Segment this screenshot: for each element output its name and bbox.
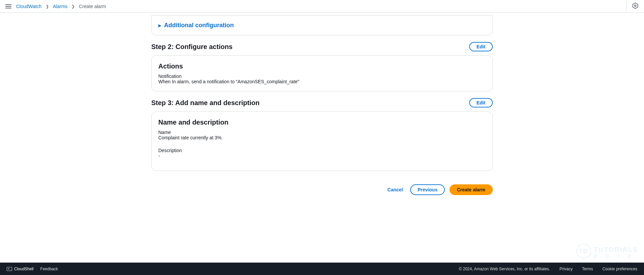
- additional-configuration-toggle[interactable]: ▶ Additional configuration: [158, 20, 486, 30]
- step2-title: Step 2: Configure actions: [151, 43, 232, 51]
- description-label: Description: [158, 148, 486, 153]
- panel-name-description: Name and description Name Complaint rate…: [151, 111, 493, 171]
- name-label: Name: [158, 130, 486, 135]
- main-content-scroll[interactable]: ▶ Additional configuration Step 2: Confi…: [0, 13, 644, 263]
- settings-hex-icon[interactable]: [632, 2, 639, 10]
- breadcrumb-alarms[interactable]: Alarms: [53, 4, 68, 9]
- top-right: [626, 1, 639, 11]
- cloudshell-icon: >_: [7, 267, 12, 271]
- additional-configuration-label: Additional configuration: [164, 22, 234, 29]
- breadcrumb-cloudwatch[interactable]: CloudWatch: [16, 4, 42, 9]
- top-left: CloudWatch ❯ Alarms ❯ Create alarm: [5, 4, 106, 9]
- menu-icon[interactable]: [5, 4, 11, 8]
- edit-step3-button[interactable]: Edit: [469, 98, 493, 107]
- bottom-right: © 2024, Amazon Web Services, Inc. or its…: [459, 267, 637, 271]
- actions-heading: Actions: [158, 62, 486, 70]
- description-value: -: [158, 153, 486, 158]
- feedback-link[interactable]: Feedback: [40, 267, 58, 271]
- main-content: ▶ Additional configuration Step 2: Confi…: [151, 13, 493, 209]
- privacy-link[interactable]: Privacy: [559, 267, 573, 271]
- panel-step1-conditions: ▶ Additional configuration: [151, 15, 493, 35]
- breadcrumb: CloudWatch ❯ Alarms ❯ Create alarm: [16, 4, 106, 9]
- bottom-left: >_ CloudShell Feedback: [7, 267, 58, 271]
- cloudshell-button[interactable]: >_ CloudShell: [7, 267, 34, 271]
- cancel-button[interactable]: Cancel: [385, 185, 406, 194]
- notification-label: Notification: [158, 74, 486, 79]
- top-bar: CloudWatch ❯ Alarms ❯ Create alarm: [0, 0, 644, 13]
- wizard-footer-buttons: Cancel Previous Create alarm: [151, 184, 493, 195]
- cloudshell-label: CloudShell: [14, 267, 34, 271]
- step2-header: Step 2: Configure actions Edit: [151, 42, 493, 51]
- svg-marker-0: [633, 3, 638, 9]
- step3-header: Step 3: Add name and description Edit: [151, 98, 493, 107]
- name-value: Complaint rate currently at 3%.: [158, 135, 486, 140]
- svg-point-1: [635, 5, 636, 7]
- cookie-preferences-link[interactable]: Cookie preferences: [602, 267, 637, 271]
- previous-button[interactable]: Previous: [410, 184, 445, 195]
- chevron-right-icon: ❯: [46, 4, 49, 9]
- name-desc-heading: Name and description: [158, 119, 486, 126]
- breadcrumb-current: Create alarm: [79, 4, 106, 9]
- terms-link[interactable]: Terms: [582, 267, 593, 271]
- step3-title: Step 3: Add name and description: [151, 99, 260, 107]
- panel-actions: Actions Notification When In alarm, send…: [151, 55, 493, 91]
- chevron-right-icon: ❯: [71, 4, 75, 9]
- copyright-text: © 2024, Amazon Web Services, Inc. or its…: [459, 267, 550, 271]
- caret-right-icon: ▶: [158, 23, 161, 28]
- notification-text: When In alarm, send a notification to "A…: [158, 79, 486, 84]
- edit-step2-button[interactable]: Edit: [469, 42, 493, 51]
- divider: [626, 1, 627, 11]
- create-alarm-button[interactable]: Create alarm: [449, 184, 493, 195]
- bottom-bar: >_ CloudShell Feedback © 2024, Amazon We…: [0, 263, 644, 275]
